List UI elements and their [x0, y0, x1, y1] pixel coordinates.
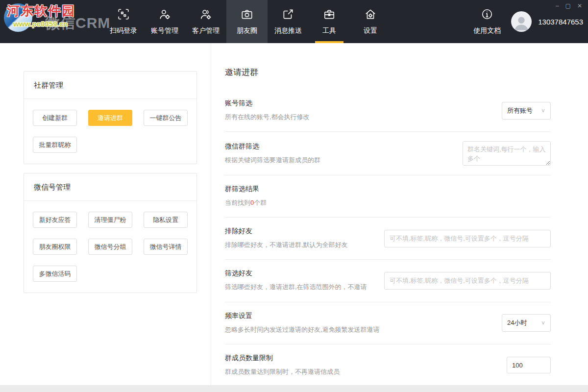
member-limit-input[interactable] [507, 357, 551, 373]
row-member-limit: 群成员数量限制 群成员数量达到限制时，不再邀请信成员 [225, 344, 551, 385]
row-exclude-friends: 排除好友 排除哪些好友，不邀请进群,默认为全部好友 [225, 218, 551, 260]
moments-permission-button[interactable]: 朋友圈权限 [33, 239, 77, 255]
nav-label: 消息推送 [274, 26, 302, 35]
select-value: 所有账号 [507, 106, 533, 115]
nav-label: 扫码登录 [110, 26, 137, 35]
send-message-icon [282, 8, 294, 22]
exclude-friends-input[interactable] [384, 230, 551, 247]
filter-friends-input[interactable] [384, 272, 551, 290]
toolbox-icon [323, 8, 336, 22]
frequency-select[interactable]: 24小时 ∨ [502, 314, 551, 332]
content-area: 社群管理 创建新群 邀请进群 一键群公告 批量群昵称 微信号管理 新好友应答 清… [0, 43, 588, 385]
group-management-card: 社群管理 创建新群 邀请进群 一键群公告 批量群昵称 [24, 71, 197, 164]
chevron-down-icon: ∨ [541, 320, 545, 326]
maximize-button[interactable]: ▢ [565, 2, 571, 9]
account-filter-select[interactable]: 所有账号 ∨ [502, 102, 551, 120]
row-label: 频率设置 [225, 312, 380, 320]
usage-docs-button[interactable]: 使用文档 [469, 0, 505, 43]
nav-item-scan-login[interactable]: 扫码登录 [103, 0, 144, 43]
row-desc: 排除哪些好友，不邀请进群,默认为全部好友 [225, 240, 348, 250]
wechat-id-management-card: 微信号管理 新好友应答 清理僵尸粉 隐私设置 朋友圈权限 微信号分组 微信号详情… [24, 173, 197, 293]
info-circle-icon [481, 8, 493, 22]
group-management-buttons: 创建新群 邀请进群 一键群公告 批量群昵称 [24, 99, 196, 164]
row-desc: 当前找到0个群 [225, 198, 267, 208]
topbar: 河东软件园 www.pc0359.cn 微信CRM 扫码登录 账号管理 [0, 0, 588, 43]
nav-label: 客户管理 [192, 26, 220, 35]
row-desc: 群成员数量达到限制时，不再邀请信成员 [225, 367, 340, 377]
row-label: 账号筛选 [225, 99, 310, 108]
nav-item-account-management[interactable]: 账号管理 [144, 0, 185, 43]
new-friend-reply-button[interactable]: 新好友应答 [33, 212, 77, 228]
row-label: 群成员数量限制 [225, 354, 340, 363]
nav-label: 工具 [322, 26, 336, 35]
camera-icon [241, 8, 253, 22]
row-filter-result: 群筛选结果 当前找到0个群 [225, 175, 551, 218]
clean-zombie-fans-button[interactable]: 清理僵尸粉 [88, 212, 132, 228]
home-gear-icon [364, 8, 377, 22]
section-title-group-management: 社群管理 [24, 72, 196, 99]
wechat-id-details-button[interactable]: 微信号详情 [144, 239, 188, 255]
app-logo [4, 3, 32, 32]
main-panel: 邀请进群 账号筛选 所有在线的账号,都会执行修改 所有账号 ∨ 微信群筛选 根据… [211, 43, 588, 385]
invite-to-group-button[interactable]: 邀请进群 [88, 110, 132, 126]
select-value: 24小时 [507, 318, 527, 327]
bottom-strip [0, 385, 588, 392]
close-button[interactable]: ✕ [577, 2, 582, 9]
nav-item-message-push[interactable]: 消息推送 [268, 0, 309, 43]
row-label: 群筛选结果 [225, 185, 267, 194]
users-gear-icon [199, 8, 212, 22]
user-gear-icon [158, 8, 171, 22]
section-title-wechat-id-management: 微信号管理 [24, 173, 196, 201]
group-keywords-textarea[interactable] [463, 141, 551, 166]
row-account-filter: 账号筛选 所有在线的账号,都会执行修改 所有账号 ∨ [225, 90, 551, 132]
account-phone-number: 13037847653 [538, 18, 583, 26]
minimize-button[interactable]: – [556, 2, 559, 9]
row-label: 排除好友 [225, 227, 348, 236]
privacy-settings-button[interactable]: 隐私设置 [144, 212, 188, 228]
batch-group-nickname-button[interactable]: 批量群昵称 [33, 137, 77, 153]
wechat-id-grouping-button[interactable]: 微信号分组 [88, 239, 132, 255]
multi-wechat-livecode-button[interactable]: 多微信活码 [33, 266, 77, 282]
wechat-id-management-buttons: 新好友应答 清理僵尸粉 隐私设置 朋友圈权限 微信号分组 微信号详情 多微信活码 [24, 201, 196, 293]
row-desc: 忽略多长时间内发送过邀请的好友,避免频繁发送群邀请 [225, 325, 380, 335]
create-group-button[interactable]: 创建新群 [33, 110, 77, 126]
nav-item-customer-management[interactable]: 客户管理 [185, 0, 226, 43]
usage-docs-label: 使用文档 [473, 26, 501, 35]
row-desc: 所有在线的账号,都会执行修改 [225, 112, 310, 122]
row-label: 微信群筛选 [225, 142, 320, 151]
chevron-down-icon: ∨ [541, 108, 545, 114]
user-avatar[interactable] [511, 11, 532, 32]
page-title: 邀请进群 [225, 67, 551, 78]
result-suffix: 个群 [254, 199, 267, 206]
nav-label: 设置 [364, 26, 377, 35]
group-announcement-button[interactable]: 一键群公告 [144, 110, 188, 126]
row-frequency-setting: 频率设置 忽略多长时间内发送过邀请的好友,避免频繁发送群邀请 24小时 ∨ [225, 302, 551, 344]
row-filter-friends: 筛选好友 筛选哪些好友，邀请进群,在筛选范围外的，不邀请 [225, 260, 551, 302]
row-group-filter: 微信群筛选 根据关键词筛选要邀请新成员的群 [225, 132, 551, 175]
sidebar: 社群管理 创建新群 邀请进群 一键群公告 批量群昵称 微信号管理 新好友应答 清… [0, 43, 211, 385]
main-nav: 扫码登录 账号管理 客户管理 [103, 0, 391, 43]
row-label: 筛选好友 [225, 269, 367, 278]
window-controls: – ▢ ✕ [556, 2, 582, 9]
watermark-app-name: 微信CRM [45, 13, 110, 33]
nav-item-tools[interactable]: 工具 [309, 0, 350, 43]
result-prefix: 当前找到 [225, 199, 250, 206]
nav-label: 朋友圈 [237, 26, 257, 35]
nav-item-settings[interactable]: 设置 [350, 0, 391, 43]
qr-scan-icon [117, 8, 130, 22]
nav-item-moments[interactable]: 朋友圈 [226, 0, 268, 43]
row-desc: 根据关键词筛选要邀请新成员的群 [225, 155, 320, 165]
row-desc: 筛选哪些好友，邀请进群,在筛选范围外的，不邀请 [225, 282, 367, 292]
nav-label: 账号管理 [151, 26, 178, 35]
